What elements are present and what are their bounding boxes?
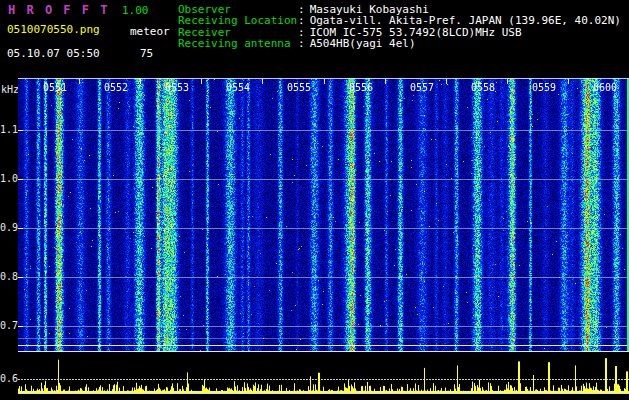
observation-datetime: 05.10.07 05:50 (7, 47, 100, 60)
freq-tick-label: 1.0 (0, 173, 16, 184)
time-tick-label: 0554 (222, 82, 250, 93)
signal-level-canvas (18, 354, 629, 393)
freq-tick-label: 0.6 (0, 373, 16, 384)
freq-tick-label: 0.9 (0, 222, 16, 233)
echo-count: 75 (140, 47, 153, 60)
freq-tick-label: 0.8 (0, 271, 16, 282)
mode-label: meteor (130, 25, 170, 38)
freq-unit-label: kHz (1, 84, 19, 95)
info-value: A504HB(yagi 4el) (310, 37, 416, 50)
station-info: Observer:Masayuki Kobayashi Receiving Lo… (178, 4, 621, 50)
info-label: Receiving antenna (178, 38, 298, 49)
bottom-border-line (18, 393, 629, 394)
time-tick-label: 0557 (406, 82, 434, 93)
freq-tick-label: 1.1 (0, 124, 16, 135)
freq-tick-label: 0.7 (0, 320, 16, 331)
spectrogram-canvas (18, 78, 629, 352)
info-row-antenna: Receiving antenna:A504HB(yagi 4el) (178, 38, 621, 49)
time-tick-label: 0559 (528, 82, 556, 93)
time-tick-label: 0556 (345, 82, 373, 93)
time-tick-label: 0552 (100, 82, 128, 93)
time-tick-label: 0558 (467, 82, 495, 93)
time-tick-label: 0553 (161, 82, 189, 93)
time-tick-label: 0600 (589, 82, 617, 93)
output-filename: 0510070550.png (7, 23, 100, 36)
time-tick-label: 0551 (39, 82, 67, 93)
app-title: H R O F F T (8, 3, 109, 17)
hrofft-screen: H R O F F T 1.00 0510070550.png meteor 0… (0, 0, 629, 400)
app-version: 1.00 (122, 4, 149, 17)
time-tick-label: 0555 (283, 82, 311, 93)
colon-separator: : (298, 37, 305, 50)
